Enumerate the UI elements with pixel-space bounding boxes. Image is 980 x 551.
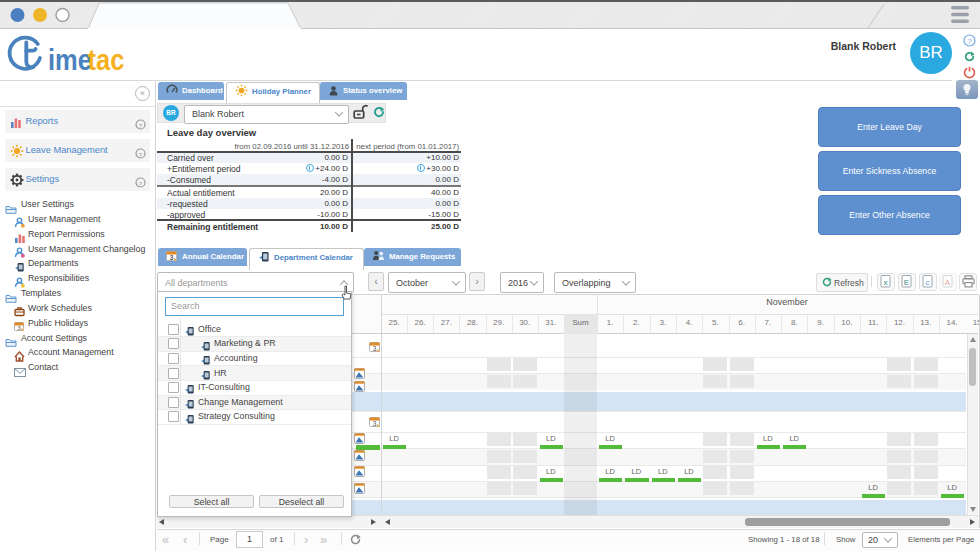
- svg-text:E: E: [904, 278, 909, 287]
- svg-text:3: 3: [170, 253, 174, 260]
- svg-text:?: ?: [967, 37, 972, 46]
- svg-text:x: x: [884, 278, 888, 287]
- svg-text:?: ?: [139, 123, 143, 129]
- svg-text:ime: ime: [48, 43, 92, 75]
- svg-text:3: 3: [17, 325, 20, 331]
- svg-text:3: 3: [373, 344, 377, 351]
- svg-text:3: 3: [373, 420, 377, 427]
- svg-text:c: c: [926, 278, 930, 287]
- svg-text:A: A: [945, 278, 951, 287]
- svg-text:tac: tac: [88, 43, 125, 75]
